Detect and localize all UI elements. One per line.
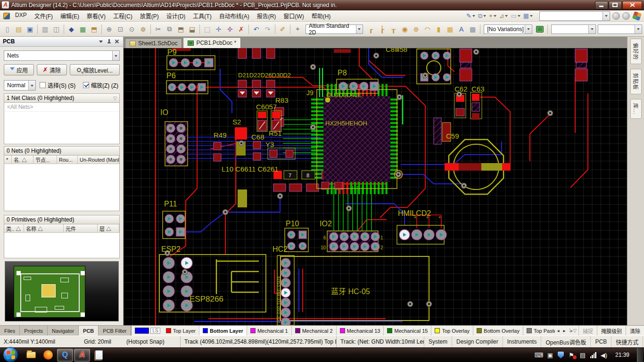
select-checkbox[interactable]: 选择(S) (S) [40,81,75,89]
net-class-header[interactable]: 1 Net Class (0 Highlighted) ▽ [4,93,120,103]
layer-filter-icon[interactable]: ⁞▸▽ [568,328,579,333]
layer-tab-mechanical-1[interactable]: Mechanical 1 [247,326,292,336]
panel-tab-files[interactable]: Files [0,326,20,336]
notepad-taskbar-icon[interactable] [91,349,107,362]
menu-item-1[interactable]: 文件(F) [31,10,57,21]
show-desktop-button[interactable] [637,348,643,362]
column-header[interactable]: Rou... [57,156,78,164]
display-settings-tray-icon[interactable]: ▣ [546,351,554,359]
move-object-button[interactable]: ✛ [213,24,224,34]
home-view-button[interactable]: ⬒ [89,24,99,34]
mask-level-button[interactable]: 掩膜级别 [597,326,626,336]
combo-arrow-icon[interactable] [112,51,119,60]
apply-button[interactable]: 应用 [4,64,34,75]
find-similar-icon[interactable]: ⌖ [488,12,498,20]
close-button[interactable] [622,1,642,9]
filter-wand-button[interactable]: ✐ [277,24,288,34]
right-panel-tab-0[interactable]: 偏好的 [630,39,642,64]
draw-tool-icon[interactable]: ✎ [465,12,477,19]
layer-set-swatch[interactable] [135,328,149,334]
interactive-multirouting-button[interactable]: ┟ [377,24,388,34]
clear-filter-button[interactable]: ✗ [236,24,247,34]
layer-tab-bottom-overlay[interactable]: Bottom Overlay [473,326,523,336]
variations-combo[interactable]: [No Variations] [484,25,532,34]
back-button[interactable] [612,12,620,20]
save-document-button[interactable]: ▣ [25,24,35,34]
doc-tab-0[interactable]: Sheet1.SchDoc [125,38,182,48]
minimize-button[interactable] [595,1,608,9]
menu-item-0[interactable]: DXP [11,10,31,21]
via[interactable] [239,141,244,146]
display-mode-combo[interactable]: Normal [4,80,36,90]
view-configuration-combo[interactable]: Altium Standard 2D [305,25,363,34]
layer-tab-mechanical-2[interactable]: Mechanical 2 [292,326,337,336]
network-signal-tray-icon[interactable] [590,352,596,358]
clear-button[interactable]: ✗ 清除 [37,64,67,75]
combo-arrow-icon[interactable] [525,25,532,33]
right-panel-tab-2[interactable]: 库... [630,99,642,119]
oscillator-pads-top[interactable] [421,52,451,59]
via[interactable] [427,302,432,307]
nets-list[interactable]: *名. △节点...Rou...Un-Routed (Manh... [4,156,120,211]
knowledge-center-icon[interactable] [632,11,642,21]
via[interactable] [374,53,379,58]
pcb-canvas-wrap[interactable]: P9P6IOD21D22D26D30D2R83C6057S2R49C68R51Y… [124,48,627,325]
measure-icon[interactable]: ⊿ [498,12,510,19]
menu-item-7[interactable]: 工具(T) [189,10,215,21]
via[interactable] [396,172,401,177]
status-button-4[interactable]: PCB [590,336,611,347]
menu-item-9[interactable]: 报告(R) [253,10,280,21]
qq-browser-taskbar-icon[interactable]: Q [57,349,73,362]
via[interactable] [278,194,283,199]
column-header[interactable]: 节点... [33,156,57,164]
filter-funnel-icon[interactable]: ▽ [113,96,117,101]
status-button-2[interactable]: Instruments [503,336,541,347]
room-tool-icon[interactable]: ▭ [510,12,522,19]
altium-taskbar-icon[interactable]: A [74,349,90,362]
via[interactable] [311,125,316,130]
zoom-level-button[interactable]: 缩放Level... [70,64,120,75]
open-document-button[interactable]: ▤ [13,24,24,34]
place-string-button[interactable]: A [456,24,467,34]
print-button[interactable]: ▥ [40,24,50,34]
primitives-list[interactable]: 类.. △名称 △元件层 △ [4,224,120,258]
menu-item-6[interactable]: 设计(D) [163,10,190,21]
preview-viewport-handle[interactable] [17,271,21,275]
panel-tab-pcb-filter[interactable]: PCB Filter [99,326,131,336]
place-arc-button[interactable]: ◠ [422,24,433,34]
panel-tab-pcb[interactable]: PCB [79,326,99,336]
interactive-diff-pair-button[interactable]: ┰ [388,24,399,34]
right-panel-tab-1[interactable]: 剪贴板 [630,69,642,94]
layer-scroll-left[interactable]: ◂ [555,328,561,333]
zoom-checkbox-box[interactable] [83,82,89,88]
zoom-selected-button[interactable]: ⊙ [126,24,137,34]
devices-view-button[interactable]: ◆ [66,24,77,34]
interactive-routing-button[interactable]: ┎ [365,24,376,34]
snap-offset-button[interactable]: ✜ [224,24,235,34]
combo-arrow-icon[interactable] [603,12,610,20]
layer-tab-top-layer[interactable]: Top Layer [163,326,199,336]
place-array-button[interactable]: ▦ [445,24,455,34]
layer-tab-bottom-layer[interactable]: Bottom Layer [199,326,247,336]
action-center-tray-icon[interactable]: ⚑ [568,351,575,359]
place-pad-button[interactable]: ◉ [399,24,410,34]
layer-tab-top-overlay[interactable]: Top Overlay [431,326,473,336]
redo-button[interactable]: ↷ [262,24,273,34]
via[interactable] [182,270,188,275]
net-class-list[interactable]: <All Nets> [4,103,120,144]
preview-viewport-handle[interactable] [81,313,85,317]
place-component-button[interactable]: ▩ [467,24,478,34]
net-class-item[interactable]: <All Nets> [4,103,119,112]
menu-item-10[interactable]: 窗口(W) [280,10,307,21]
explorer-taskbar-icon[interactable] [23,349,39,362]
via[interactable] [311,65,316,70]
board-preview[interactable] [5,261,119,321]
column-header[interactable]: Un-Routed (Manh... [78,156,119,164]
status-button-0[interactable]: System [424,336,452,347]
status-button-1[interactable]: Design Compiler [452,336,503,347]
layer-tab-mechanical-13[interactable]: Mechanical 13 [337,326,384,336]
copy-button[interactable]: ⧉ [164,24,175,34]
pcb-canvas[interactable]: P9P6IOD21D22D26D30D2R83C6057S2R49C68R51Y… [124,48,627,325]
layer-tab-mechanical-15[interactable]: Mechanical 15 [384,326,431,336]
column-header[interactable]: 层 △ [98,224,119,232]
